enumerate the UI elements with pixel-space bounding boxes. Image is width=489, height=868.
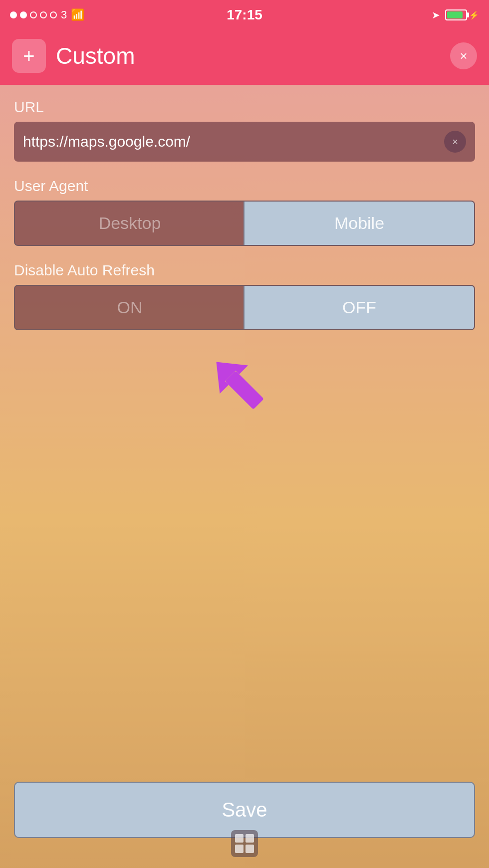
status-right: ➤ ⚡: [432, 9, 479, 21]
auto-refresh-section: Disable Auto Refresh ON OFF: [14, 262, 475, 330]
grid-cell-3: [235, 845, 244, 853]
dot-5: [50, 11, 57, 18]
url-field-wrapper: ×: [14, 122, 475, 162]
mobile-option[interactable]: Mobile: [244, 201, 475, 246]
location-icon: ➤: [432, 9, 440, 21]
dot-2: [20, 11, 27, 18]
url-label: URL: [14, 99, 475, 116]
close-icon: ×: [460, 48, 467, 64]
status-time: 17:15: [227, 7, 262, 23]
user-agent-label: User Agent: [14, 178, 475, 195]
auto-refresh-toggle: ON OFF: [14, 285, 475, 330]
grid-icon: [231, 830, 258, 857]
on-option[interactable]: ON: [15, 286, 244, 329]
charging-icon: ⚡: [469, 10, 479, 20]
purple-arrow-icon: [210, 350, 279, 430]
url-clear-button[interactable]: ×: [444, 131, 466, 153]
battery-icon: [445, 9, 467, 20]
content-area: URL × User Agent Desktop Mobile Disable …: [0, 85, 489, 430]
grid-cell-2: [245, 834, 254, 843]
desktop-option[interactable]: Desktop: [15, 202, 244, 245]
battery-fill: [447, 11, 463, 18]
header-left: + Custom: [12, 39, 135, 73]
grid-cell-1: [235, 834, 244, 843]
plus-icon: +: [23, 46, 34, 66]
grid-cell-4: [245, 845, 254, 853]
carrier-label: 3: [61, 8, 67, 21]
header: + Custom ×: [0, 30, 489, 85]
url-section: URL ×: [14, 99, 475, 162]
page-title: Custom: [56, 42, 135, 69]
auto-refresh-label: Disable Auto Refresh: [14, 262, 475, 279]
wifi-icon: 📶: [71, 8, 84, 21]
bottom-bar: [231, 830, 258, 857]
battery-container: ⚡: [445, 9, 479, 20]
user-agent-section: User Agent Desktop Mobile: [14, 178, 475, 246]
status-bar: 3 📶 17:15 ➤ ⚡: [0, 0, 489, 30]
user-agent-toggle: Desktop Mobile: [14, 201, 475, 246]
dot-3: [30, 11, 37, 18]
url-input[interactable]: [23, 133, 444, 150]
off-option[interactable]: OFF: [244, 285, 475, 330]
svg-rect-0: [225, 371, 264, 410]
dot-1: [10, 11, 17, 18]
status-left: 3 📶: [10, 8, 84, 21]
signal-dots: [10, 11, 57, 18]
arrow-annotation: [14, 350, 475, 430]
plus-icon-box: +: [12, 39, 46, 73]
close-button[interactable]: ×: [450, 42, 477, 69]
url-clear-icon: ×: [452, 136, 458, 148]
dot-4: [40, 11, 47, 18]
